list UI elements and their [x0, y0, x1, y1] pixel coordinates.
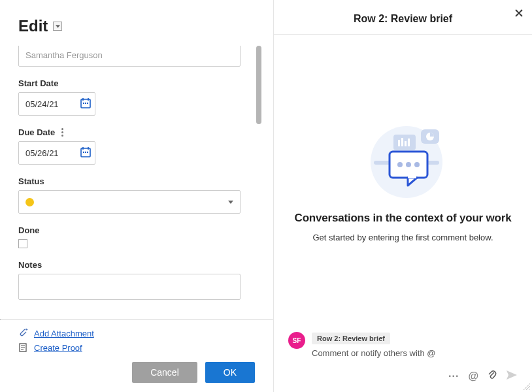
page-title: Edit [18, 17, 255, 35]
notes-label: Notes [18, 260, 255, 270]
svg-rect-22 [408, 139, 410, 146]
add-attachment-link[interactable]: Add Attachment [34, 329, 94, 338]
svg-text:+: + [25, 328, 27, 332]
due-date-label: Due Date [18, 127, 55, 137]
context-pill[interactable]: Row 2: Review brief [312, 333, 390, 344]
ok-button[interactable]: OK [205, 362, 255, 383]
conversation-subtext: Get started by entering the first commen… [312, 233, 493, 242]
assignee-field[interactable] [18, 46, 241, 67]
conversation-heading: Conversations in the context of your wor… [295, 212, 512, 225]
more-icon[interactable] [61, 128, 63, 137]
more-actions-icon[interactable]: ··· [448, 370, 459, 382]
svg-line-32 [529, 389, 530, 390]
avatar: SF [288, 332, 305, 349]
title-dropdown[interactable] [53, 22, 62, 31]
done-label: Done [18, 225, 255, 235]
done-checkbox[interactable] [18, 239, 27, 248]
edit-title-text: Edit [18, 17, 48, 35]
start-date-label: Start Date [18, 78, 255, 88]
due-date-field[interactable] [18, 141, 95, 165]
svg-point-29 [414, 162, 420, 167]
notes-field[interactable] [18, 274, 241, 300]
attach-icon[interactable] [488, 370, 497, 383]
conversation-panel: Row 2: Review brief Conversations in the… [274, 0, 532, 392]
attachment-icon: + [18, 328, 29, 338]
status-label: Status [18, 176, 255, 186]
status-dot [25, 198, 34, 206]
svg-point-28 [406, 162, 411, 167]
mention-icon[interactable]: @ [468, 370, 478, 382]
comment-input[interactable]: Comment or notify others with @ [312, 348, 518, 358]
send-icon[interactable] [506, 370, 518, 383]
create-proof-link[interactable]: Create Proof [34, 343, 82, 353]
start-date-field[interactable] [18, 92, 95, 116]
svg-rect-21 [405, 141, 407, 146]
svg-rect-20 [401, 138, 403, 146]
resize-handle[interactable] [522, 382, 531, 391]
chevron-down-icon [228, 201, 233, 204]
scrollbar[interactable] [256, 46, 261, 124]
status-select[interactable] [18, 190, 241, 214]
close-button[interactable] [515, 7, 523, 20]
panel-title: Row 2: Review brief [274, 13, 532, 25]
svg-rect-19 [398, 140, 400, 146]
proof-icon [18, 342, 29, 353]
cancel-button[interactable]: Cancel [132, 362, 197, 383]
svg-point-27 [397, 162, 403, 167]
edit-panel: Edit Start Date [0, 0, 273, 392]
conversation-illustration [361, 115, 446, 200]
